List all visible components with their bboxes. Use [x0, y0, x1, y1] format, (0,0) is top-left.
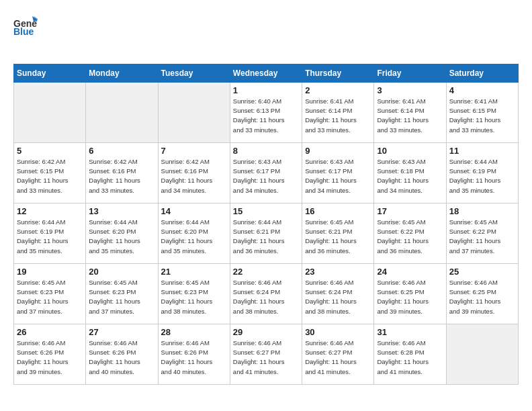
day-number: 20 — [89, 267, 154, 277]
col-header-thursday: Thursday — [302, 64, 374, 82]
calendar-cell: 6Sunrise: 6:42 AMSunset: 6:16 PMDaylight… — [86, 142, 158, 203]
day-number: 19 — [17, 267, 83, 277]
day-number: 8 — [233, 146, 299, 156]
day-info: Sunrise: 6:45 AMSunset: 6:23 PMDaylight:… — [89, 278, 154, 316]
col-header-monday: Monday — [86, 64, 158, 82]
calendar-cell: 9Sunrise: 6:43 AMSunset: 6:17 PMDaylight… — [302, 142, 374, 203]
day-info: Sunrise: 6:41 AMSunset: 6:15 PMDaylight:… — [449, 97, 515, 135]
day-info: Sunrise: 6:46 AMSunset: 6:24 PMDaylight:… — [305, 278, 371, 316]
col-header-sunday: Sunday — [14, 64, 86, 82]
calendar-cell: 4Sunrise: 6:41 AMSunset: 6:15 PMDaylight… — [446, 82, 518, 142]
calendar-cell: 13Sunrise: 6:44 AMSunset: 6:20 PMDayligh… — [86, 203, 158, 263]
calendar-cell: 28Sunrise: 6:46 AMSunset: 6:26 PMDayligh… — [158, 324, 230, 384]
day-info: Sunrise: 6:42 AMSunset: 6:16 PMDaylight:… — [161, 157, 227, 195]
calendar-cell: 8Sunrise: 6:43 AMSunset: 6:17 PMDaylight… — [230, 142, 302, 203]
calendar-cell: 24Sunrise: 6:46 AMSunset: 6:25 PMDayligh… — [374, 263, 446, 324]
calendar-cell: 31Sunrise: 6:46 AMSunset: 6:28 PMDayligh… — [374, 324, 446, 384]
day-info: Sunrise: 6:46 AMSunset: 6:26 PMDaylight:… — [89, 338, 154, 377]
day-number: 17 — [377, 206, 443, 216]
calendar-cell: 3Sunrise: 6:41 AMSunset: 6:14 PMDaylight… — [374, 82, 446, 142]
calendar-table: SundayMondayTuesdayWednesdayThursdayFrid… — [13, 64, 519, 385]
day-info: Sunrise: 6:45 AMSunset: 6:23 PMDaylight:… — [161, 278, 227, 316]
day-number: 12 — [17, 206, 83, 216]
day-info: Sunrise: 6:46 AMSunset: 6:24 PMDaylight:… — [233, 278, 299, 316]
calendar-cell: 18Sunrise: 6:45 AMSunset: 6:22 PMDayligh… — [446, 203, 518, 263]
col-header-friday: Friday — [374, 64, 446, 82]
calendar-week-3: 12Sunrise: 6:44 AMSunset: 6:19 PMDayligh… — [14, 203, 519, 263]
day-info: Sunrise: 6:44 AMSunset: 6:19 PMDaylight:… — [17, 218, 83, 256]
day-number: 11 — [449, 146, 515, 156]
day-info: Sunrise: 6:46 AMSunset: 6:27 PMDaylight:… — [305, 338, 371, 377]
day-info: Sunrise: 6:44 AMSunset: 6:19 PMDaylight:… — [449, 157, 515, 195]
day-number: 16 — [305, 206, 371, 216]
day-info: Sunrise: 6:43 AMSunset: 6:17 PMDaylight:… — [305, 157, 371, 195]
day-number: 2 — [305, 85, 371, 95]
calendar-cell: 1Sunrise: 6:40 AMSunset: 6:13 PMDaylight… — [230, 82, 302, 142]
calendar-cell — [14, 82, 86, 142]
svg-text:Blue: Blue — [13, 26, 34, 37]
day-info: Sunrise: 6:40 AMSunset: 6:13 PMDaylight:… — [233, 97, 299, 135]
calendar-cell: 22Sunrise: 6:46 AMSunset: 6:24 PMDayligh… — [230, 263, 302, 324]
day-info: Sunrise: 6:46 AMSunset: 6:28 PMDaylight:… — [377, 338, 443, 377]
calendar-cell: 10Sunrise: 6:43 AMSunset: 6:18 PMDayligh… — [374, 142, 446, 203]
day-number: 6 — [89, 146, 154, 156]
calendar-week-2: 5Sunrise: 6:42 AMSunset: 6:15 PMDaylight… — [14, 142, 519, 203]
day-info: Sunrise: 6:46 AMSunset: 6:25 PMDaylight:… — [449, 278, 515, 316]
day-number: 13 — [89, 206, 154, 216]
logo-icon: General Blue — [13, 13, 38, 38]
day-info: Sunrise: 6:41 AMSunset: 6:14 PMDaylight:… — [377, 97, 443, 135]
day-info: Sunrise: 6:42 AMSunset: 6:15 PMDaylight:… — [17, 157, 83, 195]
day-number: 28 — [161, 327, 227, 337]
calendar-cell — [86, 82, 158, 142]
calendar-week-1: 1Sunrise: 6:40 AMSunset: 6:13 PMDaylight… — [14, 82, 519, 142]
calendar-cell: 14Sunrise: 6:44 AMSunset: 6:20 PMDayligh… — [158, 203, 230, 263]
day-number: 10 — [377, 146, 443, 156]
day-number: 4 — [449, 85, 515, 95]
calendar-cell: 25Sunrise: 6:46 AMSunset: 6:25 PMDayligh… — [446, 263, 518, 324]
calendar-cell: 11Sunrise: 6:44 AMSunset: 6:19 PMDayligh… — [446, 142, 518, 203]
calendar-cell: 2Sunrise: 6:41 AMSunset: 6:14 PMDaylight… — [302, 82, 374, 142]
day-number: 30 — [305, 327, 371, 337]
calendar-cell: 17Sunrise: 6:45 AMSunset: 6:22 PMDayligh… — [374, 203, 446, 263]
day-info: Sunrise: 6:46 AMSunset: 6:25 PMDaylight:… — [377, 278, 443, 316]
day-number: 1 — [233, 85, 299, 95]
calendar-cell: 5Sunrise: 6:42 AMSunset: 6:15 PMDaylight… — [14, 142, 86, 203]
day-number: 5 — [17, 146, 83, 156]
day-number: 25 — [449, 267, 515, 277]
day-number: 26 — [17, 327, 83, 337]
day-info: Sunrise: 6:44 AMSunset: 6:20 PMDaylight:… — [161, 218, 227, 256]
col-header-tuesday: Tuesday — [158, 64, 230, 82]
day-number: 9 — [305, 146, 371, 156]
page-header: General Blue — [13, 13, 519, 53]
calendar-header-row: SundayMondayTuesdayWednesdayThursdayFrid… — [14, 64, 519, 82]
day-number: 27 — [89, 327, 154, 337]
day-info: Sunrise: 6:44 AMSunset: 6:20 PMDaylight:… — [89, 218, 154, 256]
calendar-week-4: 19Sunrise: 6:45 AMSunset: 6:23 PMDayligh… — [14, 263, 519, 324]
col-header-saturday: Saturday — [446, 64, 518, 82]
day-number: 22 — [233, 267, 299, 277]
calendar-cell: 16Sunrise: 6:45 AMSunset: 6:21 PMDayligh… — [302, 203, 374, 263]
calendar-cell: 15Sunrise: 6:44 AMSunset: 6:21 PMDayligh… — [230, 203, 302, 263]
day-info: Sunrise: 6:44 AMSunset: 6:21 PMDaylight:… — [233, 218, 299, 256]
day-info: Sunrise: 6:46 AMSunset: 6:26 PMDaylight:… — [17, 338, 83, 377]
calendar-cell: 19Sunrise: 6:45 AMSunset: 6:23 PMDayligh… — [14, 263, 86, 324]
calendar-cell: 27Sunrise: 6:46 AMSunset: 6:26 PMDayligh… — [86, 324, 158, 384]
calendar-cell: 29Sunrise: 6:46 AMSunset: 6:27 PMDayligh… — [230, 324, 302, 384]
day-info: Sunrise: 6:42 AMSunset: 6:16 PMDaylight:… — [89, 157, 154, 195]
calendar-cell — [158, 82, 230, 142]
day-info: Sunrise: 6:43 AMSunset: 6:17 PMDaylight:… — [233, 157, 299, 195]
day-number: 31 — [377, 327, 443, 337]
day-info: Sunrise: 6:45 AMSunset: 6:21 PMDaylight:… — [305, 218, 371, 256]
calendar-cell: 21Sunrise: 6:45 AMSunset: 6:23 PMDayligh… — [158, 263, 230, 324]
calendar-week-5: 26Sunrise: 6:46 AMSunset: 6:26 PMDayligh… — [14, 324, 519, 384]
calendar-cell: 26Sunrise: 6:46 AMSunset: 6:26 PMDayligh… — [14, 324, 86, 384]
day-info: Sunrise: 6:45 AMSunset: 6:22 PMDaylight:… — [377, 218, 443, 256]
calendar-cell — [446, 324, 518, 384]
day-number: 23 — [305, 267, 371, 277]
day-info: Sunrise: 6:45 AMSunset: 6:22 PMDaylight:… — [449, 218, 515, 256]
calendar-cell: 7Sunrise: 6:42 AMSunset: 6:16 PMDaylight… — [158, 142, 230, 203]
calendar-cell: 23Sunrise: 6:46 AMSunset: 6:24 PMDayligh… — [302, 263, 374, 324]
day-number: 29 — [233, 327, 299, 337]
day-info: Sunrise: 6:45 AMSunset: 6:23 PMDaylight:… — [17, 278, 83, 316]
day-number: 24 — [377, 267, 443, 277]
